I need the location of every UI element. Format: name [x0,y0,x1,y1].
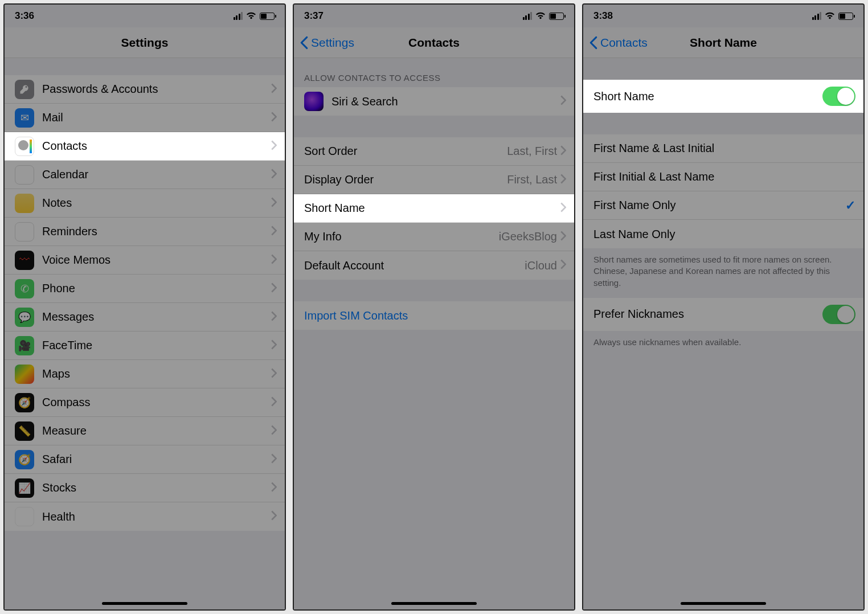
chevron-right-icon [271,510,277,523]
home-indicator[interactable] [681,602,766,605]
cellular-icon [234,12,243,20]
row-safari[interactable]: 🧭 Safari [5,445,285,474]
page-title: Contacts [408,36,460,50]
short-name-settings[interactable]: Short Name First Name & Last Initial Fir… [583,58,863,609]
compass-icon: 🧭 [15,393,34,412]
wifi-icon [535,11,546,21]
row-last-name-only[interactable]: Last Name Only [583,220,863,248]
chevron-right-icon [271,453,277,466]
voice-memos-icon: 〰 [15,251,34,270]
row-sort-order[interactable]: Sort Order Last, First [294,137,574,166]
chevron-right-icon [271,396,277,409]
chevron-right-icon [271,339,277,352]
chevron-right-icon [271,283,277,295]
key-icon [15,80,34,99]
chevron-right-icon [271,169,277,181]
toggle-short-name[interactable] [822,87,855,106]
status-indicators [234,11,275,21]
row-facetime[interactable]: 🎥 FaceTime [5,331,285,360]
wifi-icon [246,11,256,21]
row-short-name[interactable]: Short Name [294,194,574,223]
battery-icon [260,13,275,20]
row-compass[interactable]: 🧭 Compass [5,388,285,417]
facetime-icon: 🎥 [15,336,34,355]
row-first-name-only[interactable]: First Name Only ✓ [583,191,863,220]
cellular-icon [523,12,533,20]
row-siri-search[interactable]: Siri & Search [294,87,574,116]
page-title: Short Name [690,36,757,50]
screen-short-name: 3:38 Contacts Short Name Short Name [582,3,865,611]
row-calendar[interactable]: ▬▬▬▬▬▬ Calendar [5,161,285,189]
screen-settings: 3:36 Settings Passwords & Accounts ✉︎ [3,3,286,611]
maps-icon [15,365,34,384]
row-passwords[interactable]: Passwords & Accounts [5,75,285,104]
back-button[interactable]: Contacts [589,36,648,50]
chevron-right-icon [271,83,277,96]
chevron-right-icon [271,311,277,324]
status-indicators [812,11,854,21]
row-display-order[interactable]: Display Order First, Last [294,166,574,194]
row-default-account[interactable]: Default Account iCloud [294,251,574,280]
row-voicememos[interactable]: 〰 Voice Memos [5,246,285,275]
safari-icon: 🧭 [15,450,34,469]
messages-icon: 💬 [15,308,34,327]
nav-bar: Contacts Short Name [583,27,863,58]
row-stocks[interactable]: 📈 Stocks [5,474,285,502]
back-button[interactable]: Settings [300,36,354,50]
row-health[interactable]: ♥ Health [5,502,285,531]
row-measure[interactable]: 📏 Measure [5,417,285,445]
status-bar: 3:38 [583,5,863,27]
stocks-icon: 📈 [15,478,34,498]
row-my-info[interactable]: My Info iGeeksBlog [294,223,574,251]
nav-bar: Settings Contacts [294,27,574,58]
health-icon: ♥ [15,507,34,526]
row-first-initial-last[interactable]: First Initial & Last Name [583,163,863,191]
measure-icon: 📏 [15,421,34,441]
chevron-right-icon [560,145,566,158]
settings-list[interactable]: Passwords & Accounts ✉︎ Mail Contacts ▬▬… [5,58,285,609]
section-header: ALLOW CONTACTS TO ACCESS [294,58,574,87]
row-maps[interactable]: Maps [5,360,285,388]
phone-icon: ✆ [15,279,34,298]
row-reminders[interactable]: ⦿ Reminders [5,218,285,246]
siri-icon [304,92,324,111]
home-indicator[interactable] [102,602,187,605]
chevron-right-icon [560,202,566,215]
screen-contacts-settings: 3:37 Settings Contacts ALLOW CONTACTS TO… [293,3,575,611]
notes-icon [15,194,34,213]
wifi-icon [825,11,835,21]
calendar-icon: ▬▬▬▬▬▬ [15,165,34,185]
mail-icon: ✉︎ [15,108,34,128]
page-title: Settings [121,36,169,50]
row-messages[interactable]: 💬 Messages [5,303,285,331]
battery-icon [549,13,564,20]
chevron-right-icon [271,254,277,267]
contacts-settings-list[interactable]: ALLOW CONTACTS TO ACCESS Siri & Search S… [294,58,574,609]
chevron-right-icon [560,259,566,272]
chevron-right-icon [271,140,277,153]
checkmark-icon: ✓ [845,198,855,213]
status-bar: 3:36 [5,5,285,27]
status-time: 3:36 [15,10,34,22]
row-import-sim[interactable]: Import SIM Contacts [294,301,574,330]
chevron-right-icon [560,95,566,108]
status-bar: 3:37 [294,5,574,27]
row-phone[interactable]: ✆ Phone [5,275,285,303]
row-prefer-nicknames[interactable]: Prefer Nicknames [583,298,863,331]
chevron-right-icon [271,197,277,210]
row-contacts[interactable]: Contacts [5,132,285,161]
chevron-right-icon [271,112,277,124]
status-indicators [523,11,564,21]
section-footer-nick: Always use nicknames when available. [583,331,863,357]
reminders-icon: ⦿ [15,222,34,241]
toggle-nicknames[interactable] [822,305,855,324]
chevron-right-icon [560,231,566,243]
contacts-icon [15,137,34,156]
nav-bar: Settings [5,27,285,58]
row-short-name-toggle[interactable]: Short Name [583,80,863,113]
status-time: 3:38 [593,10,613,22]
home-indicator[interactable] [391,602,477,605]
row-first-last-initial[interactable]: First Name & Last Initial [583,134,863,163]
row-mail[interactable]: ✉︎ Mail [5,104,285,132]
row-notes[interactable]: Notes [5,189,285,218]
